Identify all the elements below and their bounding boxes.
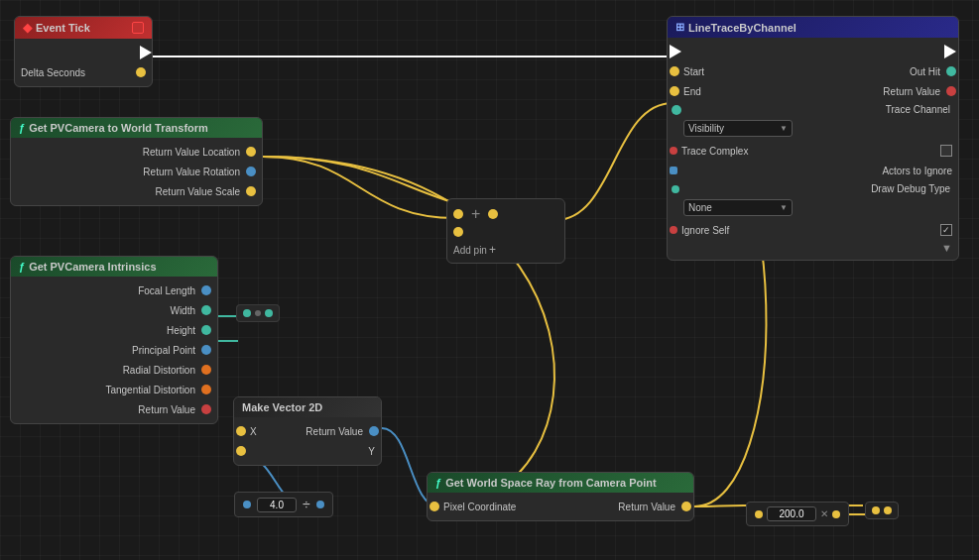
trace-channel-row: Trace Channel bbox=[668, 101, 958, 118]
rvl-label: Return Value Location bbox=[17, 147, 240, 158]
divide-out1[interactable] bbox=[316, 501, 324, 508]
function-icon-2: ƒ bbox=[19, 261, 25, 273]
rd-label: Radial Distortion bbox=[17, 365, 195, 376]
ignore-self-in[interactable] bbox=[670, 226, 677, 234]
grid-node-3 bbox=[236, 304, 280, 322]
rv-pin[interactable] bbox=[201, 404, 211, 414]
rd-row: Radial Distortion bbox=[11, 360, 217, 380]
focal-row: Focal Length bbox=[11, 280, 217, 300]
event-tick-header: ◆ Event Tick bbox=[15, 17, 152, 39]
add-pin-in1[interactable] bbox=[453, 209, 463, 219]
node-intrinsics: ƒ Get PVCamera Intrinsics Focal Length W… bbox=[10, 256, 218, 424]
pp-pin[interactable] bbox=[201, 345, 211, 355]
make-vector-header: Make Vector 2D bbox=[234, 397, 381, 417]
width-row: Width bbox=[11, 300, 217, 320]
add-pin-plus: + bbox=[489, 243, 496, 257]
draw-debug-in[interactable] bbox=[672, 185, 679, 193]
worldray-header: ƒ Get World Space Ray from Camera Point bbox=[428, 473, 693, 493]
rvr-pin[interactable] bbox=[246, 167, 256, 176]
red-indicator bbox=[132, 22, 144, 34]
rvl-row: Return Value Location bbox=[11, 142, 262, 162]
rvs-pin[interactable] bbox=[246, 186, 256, 196]
height-pin[interactable] bbox=[201, 325, 211, 335]
rv-out-label: Return Value bbox=[306, 426, 363, 437]
add-pin-label-row[interactable]: Add pin + bbox=[453, 243, 558, 257]
outhit-pin[interactable] bbox=[946, 66, 956, 76]
actors-pin[interactable] bbox=[670, 167, 677, 174]
start-in-pin[interactable] bbox=[670, 66, 679, 76]
linetrace-exec-out[interactable] bbox=[944, 45, 956, 58]
linetrace-header: ⊞ LineTraceByChannel bbox=[668, 17, 958, 38]
add-pin-in2[interactable] bbox=[453, 227, 463, 237]
pixel-label: Pixel Coordinate bbox=[443, 502, 516, 512]
rvr-row: Return Value Rotation bbox=[11, 162, 262, 181]
event-tick-title: Event Tick bbox=[36, 22, 90, 34]
returnval-label: Return Value bbox=[883, 86, 940, 97]
diamond-icon: ◆ bbox=[23, 21, 32, 35]
worldray-rv-label: Return Value bbox=[618, 502, 675, 512]
rvl-pin[interactable] bbox=[246, 147, 256, 157]
dropdown-arrow-2: ▼ bbox=[780, 203, 788, 212]
divide-in1[interactable] bbox=[243, 501, 251, 508]
delta-seconds-row: Delta Seconds bbox=[15, 62, 152, 82]
intrinsics-header: ƒ Get PVCamera Intrinsics bbox=[11, 257, 217, 277]
grid-out-3[interactable] bbox=[265, 309, 273, 317]
far-in[interactable] bbox=[872, 506, 880, 514]
delta-seconds-label: Delta Seconds bbox=[21, 67, 85, 78]
trace-channel-dropdown-row: Visibility ▼ bbox=[668, 118, 958, 141]
val200-input[interactable]: 200.0 bbox=[767, 506, 816, 521]
far-right-node bbox=[865, 502, 899, 519]
rd-pin[interactable] bbox=[201, 365, 211, 375]
pvcamera-world-title: Get PVCamera to World Transform bbox=[29, 122, 208, 134]
worldray-title: Get World Space Ray from Camera Point bbox=[445, 477, 657, 489]
returnval-pin[interactable] bbox=[946, 86, 956, 96]
add-pin-row: + bbox=[453, 205, 558, 223]
pixel-in-pin[interactable] bbox=[429, 502, 439, 511]
draw-debug-dropdown-row: None ▼ bbox=[668, 197, 958, 220]
val200-in[interactable] bbox=[755, 510, 763, 518]
trace-complex-checkbox[interactable] bbox=[940, 145, 952, 157]
width-pin[interactable] bbox=[201, 305, 211, 315]
grid-mid-3 bbox=[255, 310, 261, 316]
pixel-row: Pixel Coordinate Return Value bbox=[428, 497, 693, 516]
val200-out[interactable] bbox=[832, 510, 840, 518]
pp-row: Principal Point bbox=[11, 340, 217, 360]
node-add-pin: + Add pin + bbox=[446, 198, 565, 264]
make-vector-body: X Return Value Y bbox=[234, 417, 381, 465]
add-pin-row2 bbox=[453, 227, 558, 237]
trace-complex-in[interactable] bbox=[670, 147, 677, 155]
make-vector-title: Make Vector 2D bbox=[242, 401, 322, 413]
linetrace-body: Start Out Hit End Return Value Trace Cha… bbox=[668, 38, 958, 260]
y-row: Y bbox=[234, 441, 381, 461]
rvr-label: Return Value Rotation bbox=[17, 167, 240, 177]
draw-debug-dropdown[interactable]: None ▼ bbox=[683, 199, 793, 216]
x-in-pin[interactable] bbox=[236, 426, 246, 436]
grid-in-3[interactable] bbox=[243, 309, 251, 317]
linetrace-exec-in[interactable] bbox=[670, 45, 681, 58]
linetrace-icon: ⊞ bbox=[675, 21, 684, 34]
add-pin-out1[interactable] bbox=[488, 209, 498, 219]
val200-close[interactable]: ✕ bbox=[820, 508, 828, 519]
trace-channel-in[interactable] bbox=[672, 105, 681, 115]
start-row: Start Out Hit bbox=[668, 61, 958, 81]
y-label: Y bbox=[368, 446, 375, 457]
delta-seconds-pin[interactable] bbox=[136, 67, 146, 77]
rvs-label: Return Value Scale bbox=[17, 186, 240, 197]
end-row: End Return Value bbox=[668, 81, 958, 101]
actors-label: Actors to Ignore bbox=[882, 166, 952, 176]
add-pin-body: + Add pin + bbox=[447, 199, 564, 263]
y-in-pin[interactable] bbox=[236, 446, 246, 456]
actors-row: Actors to Ignore bbox=[668, 161, 958, 180]
td-pin[interactable] bbox=[201, 385, 211, 394]
focal-pin[interactable] bbox=[201, 285, 211, 295]
far-out[interactable] bbox=[884, 506, 892, 514]
rv-out-pin[interactable] bbox=[369, 426, 379, 436]
worldray-rv-pin[interactable] bbox=[681, 502, 691, 511]
end-in-pin[interactable] bbox=[670, 86, 679, 96]
ignore-self-checkbox[interactable]: ✓ bbox=[940, 224, 952, 236]
scroll-arrow: ▼ bbox=[941, 242, 952, 254]
linetrace-title: LineTraceByChannel bbox=[688, 22, 796, 34]
divide-value[interactable]: 4.0 bbox=[257, 498, 297, 512]
trace-channel-dropdown[interactable]: Visibility ▼ bbox=[683, 120, 793, 137]
grid-row-3a bbox=[243, 309, 273, 317]
